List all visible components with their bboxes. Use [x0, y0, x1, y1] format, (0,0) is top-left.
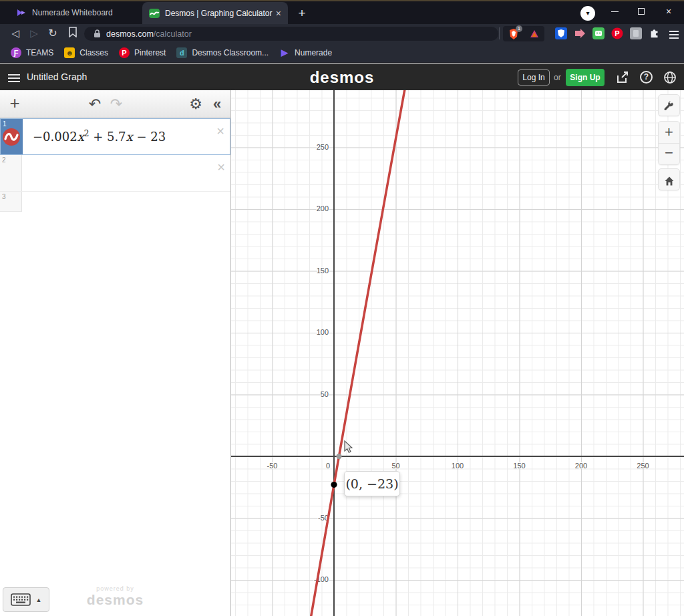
browser-menu-icon[interactable]: [668, 29, 680, 41]
disabled-extension-icon[interactable]: [630, 27, 642, 39]
expression-row-1[interactable]: 1 −0.002x2 + 5.7x − 23 ×: [0, 118, 230, 155]
tab-bar: Numerade Whiteboard Desmos | Graphing Ca…: [0, 1, 684, 24]
forward-button[interactable]: ▷: [27, 27, 41, 40]
point-label: (0, −23): [344, 471, 400, 496]
bookmark-label: Desmos Classroom...: [192, 48, 269, 57]
bookmark-classes[interactable]: ☻ Classes: [64, 47, 108, 58]
window-close-button[interactable]: ×: [655, 1, 682, 23]
expression-row-3[interactable]: 3: [0, 192, 230, 212]
teams-icon: Ƒ: [11, 47, 21, 58]
language-globe-icon[interactable]: [663, 71, 677, 84]
wrench-icon: [663, 101, 675, 112]
extensions-puzzle-icon[interactable]: [649, 27, 661, 39]
plot-layer: [231, 90, 684, 616]
zoom-in-button[interactable]: +: [659, 122, 679, 144]
green-extension-icon[interactable]: [592, 27, 605, 39]
media-controls-button[interactable]: ▾: [580, 6, 595, 21]
bookmark-pinterest[interactable]: P Pinterest: [119, 47, 166, 58]
bookmark-teams[interactable]: Ƒ TEAMS: [11, 47, 53, 58]
bitwarden-extension-icon[interactable]: [555, 27, 567, 39]
pink-arrow-extension-icon[interactable]: [574, 27, 586, 39]
url-bar[interactable]: desmos.com/calculator: [84, 27, 498, 41]
curve-style-icon[interactable]: [2, 128, 21, 146]
bookmark-label: Classes: [79, 48, 108, 57]
zoom-controls: + −: [658, 121, 680, 165]
desmos-classroom-icon: d: [176, 47, 187, 58]
bookmark-numerade[interactable]: ▶ Numerade: [279, 47, 332, 58]
zoom-out-button[interactable]: −: [659, 144, 679, 165]
google-classroom-icon: ☻: [64, 47, 75, 58]
bookmark-label: Numerade: [295, 48, 332, 57]
url-domain: desmos.com: [106, 29, 154, 39]
svg-text:P: P: [615, 29, 619, 37]
browser-window: Numerade Whiteboard Desmos | Graphing Ca…: [0, 0, 684, 616]
new-tab-button[interactable]: +: [294, 5, 310, 21]
powered-by-desmos-watermark: powered by desmos: [73, 585, 157, 608]
expression-toolbar: + ↶ ↷ ⚙ «: [0, 90, 230, 118]
login-button[interactable]: Log In: [518, 69, 550, 86]
delete-expression-icon[interactable]: ×: [216, 124, 224, 139]
expression-row-2[interactable]: 2 ×: [0, 155, 230, 192]
collapse-panel-button[interactable]: «: [208, 96, 226, 113]
graph-paper[interactable]: -5005010015020025025020015010050-50-100 …: [231, 90, 684, 616]
window-maximize-button[interactable]: [628, 1, 655, 23]
plotted-point[interactable]: [331, 482, 337, 488]
expression-latex[interactable]: −0.002x2 + 5.7x − 23: [33, 129, 166, 144]
expression-gutter[interactable]: 1: [1, 119, 23, 154]
mouse-cursor-icon: [345, 441, 352, 452]
tab-numerade-whiteboard[interactable]: Numerade Whiteboard: [9, 1, 140, 24]
brave-shield-icon[interactable]: 1: [508, 28, 520, 40]
redo-button[interactable]: ↷: [107, 96, 126, 113]
keyboard-icon: [11, 593, 31, 606]
home-icon: [664, 176, 675, 186]
window-minimize-button[interactable]: [601, 1, 628, 23]
expression-panel: + ↶ ↷ ⚙ « 1 −0.002x2 + 5.7x − 23 × 2: [0, 90, 231, 616]
expression-index: 3: [2, 193, 6, 200]
pinterest-extension-icon[interactable]: P: [611, 27, 623, 39]
minimize-icon: [611, 11, 619, 12]
help-icon[interactable]: ?: [640, 71, 653, 84]
graph-settings-wrench-button[interactable]: [658, 94, 680, 116]
delete-expression-icon[interactable]: ×: [217, 160, 225, 175]
tab-desmos-active[interactable]: Desmos | Graphing Calculator ×: [142, 2, 288, 24]
shield-badge: 1: [516, 25, 522, 32]
undo-button[interactable]: ↶: [86, 96, 104, 113]
tab-label: Desmos | Graphing Calculator: [165, 9, 273, 18]
bookmark-label: Pinterest: [134, 48, 166, 57]
pinterest-icon: P: [119, 47, 130, 58]
quadratic-curve[interactable]: [305, 90, 413, 616]
or-label: or: [554, 73, 561, 82]
share-icon[interactable]: [616, 71, 629, 84]
add-expression-button[interactable]: +: [5, 93, 24, 114]
brave-controls: 1: [503, 26, 544, 41]
graph-settings-icon[interactable]: ⚙: [186, 96, 205, 113]
maximize-icon: [638, 8, 645, 15]
default-zoom-home-button[interactable]: [658, 168, 680, 190]
desmos-favicon-icon: [149, 8, 160, 19]
expression-gutter[interactable]: 3: [0, 192, 22, 212]
keyboard-caret-icon: ▲: [36, 597, 42, 603]
bookmark-desmos-classroom[interactable]: d Desmos Classroom...: [176, 47, 269, 58]
plotted-point[interactable]: [336, 454, 341, 459]
numerade-icon: ▶: [279, 47, 290, 58]
back-button[interactable]: ◁: [8, 27, 23, 40]
show-keyboard-button[interactable]: ▲: [3, 587, 49, 612]
reload-button[interactable]: ↻: [45, 27, 60, 40]
bookmarks-bar: Ƒ TEAMS ☻ Classes P Pinterest d Desmos C…: [0, 43, 684, 63]
tab-label: Numerade Whiteboard: [32, 8, 113, 17]
bookmark-label: TEAMS: [26, 48, 53, 57]
brave-rewards-icon[interactable]: [529, 29, 540, 39]
expression-index: 1: [3, 120, 7, 128]
expression-gutter[interactable]: 2: [0, 155, 22, 191]
tab-close-icon[interactable]: ×: [276, 8, 281, 19]
lock-icon: [94, 29, 101, 38]
numerade-favicon-icon: [16, 7, 27, 18]
url-path: /calculator: [154, 29, 192, 39]
bookmark-page-icon[interactable]: [65, 27, 80, 40]
expression-index: 2: [2, 156, 6, 164]
signup-button[interactable]: Sign Up: [566, 69, 605, 86]
toolbar-separator: [499, 27, 500, 39]
